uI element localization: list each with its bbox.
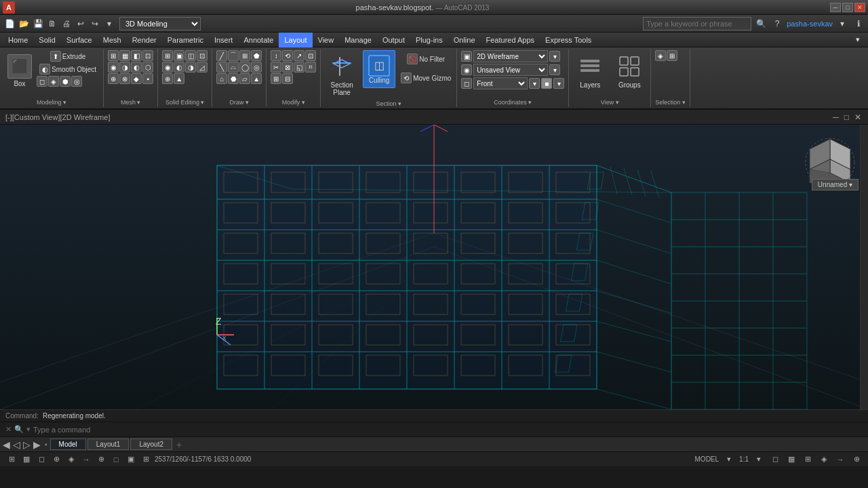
selection-btn2[interactable]: ⊞ <box>667 50 677 61</box>
move-gizmo-button[interactable]: ⟲ Move Gizmo <box>398 69 454 87</box>
mesh-btn2[interactable]: ▦ <box>119 50 130 61</box>
workspace-selector[interactable]: 3D Modeling <box>119 17 201 30</box>
close-button[interactable]: ✕ <box>854 3 865 12</box>
layers-button[interactable]: Layers <box>572 50 608 92</box>
solid-btn8[interactable]: ◿ <box>197 62 208 73</box>
menu-home[interactable]: Home <box>3 33 33 47</box>
viewport-close[interactable]: ✕ <box>853 111 863 123</box>
mesh-btn4[interactable]: ⊡ <box>142 50 153 61</box>
ribbon-btn-box[interactable]: ⬛ Box <box>4 50 35 91</box>
smallbtn4[interactable]: ◎ <box>71 76 82 87</box>
mesh-btn1[interactable]: ⊞ <box>108 50 119 61</box>
smallbtn2[interactable]: ◈ <box>48 76 59 87</box>
mesh-btn8[interactable]: ⬡ <box>142 62 153 73</box>
search-input[interactable] <box>643 17 751 30</box>
solid-btn9[interactable]: ⊕ <box>162 73 173 84</box>
save-button[interactable]: 💾 <box>31 17 45 30</box>
tab-nav-right[interactable]: ▷ <box>23 439 31 450</box>
draw-btn1[interactable]: ╱ <box>216 50 227 61</box>
user-menu[interactable]: ▾ <box>835 17 849 30</box>
viewport-restore[interactable]: □ <box>843 111 850 123</box>
draw-btn12[interactable]: ▲ <box>251 73 262 84</box>
menu-surface[interactable]: Surface <box>61 33 98 47</box>
modify-btn2[interactable]: ⟲ <box>282 50 293 61</box>
status-lock-btn[interactable]: ◈ <box>818 453 830 466</box>
no-filter-button[interactable]: 🚫 No Filter <box>398 50 454 68</box>
ribbon-btn-extrude[interactable]: ⬆ Extrude <box>37 50 99 62</box>
modify-btn8[interactable]: ⌗ <box>305 62 316 73</box>
menu-layout[interactable]: Layout <box>279 33 312 47</box>
print-button[interactable]: 🖨 <box>60 17 73 30</box>
smallbtn3[interactable]: ⬢ <box>60 76 71 87</box>
tab-nav-right2[interactable]: ▶ <box>33 439 41 450</box>
draw-btn6[interactable]: ⌓ <box>228 62 239 73</box>
status-dyn-btn[interactable]: □ <box>110 453 122 466</box>
mesh-btn9[interactable]: ⊕ <box>108 73 119 84</box>
status-snap-btn[interactable]: ▦ <box>20 453 33 466</box>
info-button[interactable]: ℹ <box>852 17 865 30</box>
tab-scroll[interactable]: ▪ <box>45 441 47 448</box>
menu-plugins[interactable]: Plug-ins <box>410 33 448 47</box>
status-ws-btn[interactable]: → <box>834 453 846 466</box>
solid-btn7[interactable]: ◑ <box>185 62 196 73</box>
menu-view[interactable]: View <box>313 33 340 47</box>
undo-dropdown[interactable]: ▾ <box>102 17 116 30</box>
cmd-search-btn[interactable]: 🔍 <box>14 425 24 434</box>
mesh-btn11[interactable]: ◆ <box>131 73 142 84</box>
tab-layout2[interactable]: Layout2 <box>130 439 172 450</box>
menu-insert[interactable]: Insert <box>209 33 239 47</box>
menu-express-tools[interactable]: Express Tools <box>540 33 597 47</box>
ribbon-btn-smooth[interactable]: ◐ Smooth Object <box>37 63 99 75</box>
view-dropdown[interactable]: ▾ <box>549 64 560 75</box>
draw-btn8[interactable]: ◎ <box>251 62 262 73</box>
menu-parametric[interactable]: Parametric <box>162 33 209 47</box>
draw-btn2[interactable]: ⌒ <box>228 50 239 61</box>
command-input[interactable] <box>33 426 863 434</box>
draw-btn11[interactable]: ▱ <box>239 73 250 84</box>
mesh-btn5[interactable]: ◉ <box>108 62 119 73</box>
new-button[interactable]: 📄 <box>3 17 16 30</box>
draw-btn9[interactable]: ⌂ <box>216 73 227 84</box>
status-layer-btn[interactable]: ▦ <box>785 453 797 466</box>
solid-btn6[interactable]: ◐ <box>174 62 184 73</box>
menu-extra[interactable]: ▾ <box>850 33 865 47</box>
tab-add[interactable]: + <box>176 439 182 450</box>
modify-btn5[interactable]: ✂ <box>271 62 281 73</box>
draw-btn5[interactable]: ╲ <box>216 62 227 73</box>
draw-btn7[interactable]: ◯ <box>239 62 250 73</box>
tab-nav-left[interactable]: ◀ <box>3 439 10 450</box>
draw-btn10[interactable]: ⬣ <box>228 73 239 84</box>
display-style-selector[interactable]: 2D Wireframe <box>473 50 548 62</box>
groups-button[interactable]: Groups <box>611 50 648 92</box>
tab-layout1[interactable]: Layout1 <box>87 439 130 450</box>
status-scale-btn[interactable]: ▾ <box>753 453 765 466</box>
modify-btn6[interactable]: ⊠ <box>282 62 293 73</box>
color-dropdown[interactable]: ▾ <box>553 78 564 89</box>
menu-solid[interactable]: Solid <box>33 33 60 47</box>
solid-btn3[interactable]: ◫ <box>185 50 196 61</box>
menu-annotate[interactable]: Annotate <box>238 33 279 47</box>
modify-btn7[interactable]: ◱ <box>294 62 304 73</box>
cmd-dropdown-btn[interactable]: ▾ <box>26 425 31 434</box>
viewport[interactable]: Z x Unnam <box>0 125 868 409</box>
minimize-button[interactable]: ─ <box>830 3 841 12</box>
status-help-btn[interactable]: ⊕ <box>850 453 863 466</box>
mesh-btn7[interactable]: ◐ <box>131 62 142 73</box>
menu-featured-apps[interactable]: Featured Apps <box>481 33 540 47</box>
open-button[interactable]: 📂 <box>17 17 31 30</box>
menu-online[interactable]: Online <box>448 33 481 47</box>
status-view-btn[interactable]: ◻ <box>769 453 781 466</box>
mesh-btn12[interactable]: ▪ <box>142 73 153 84</box>
mesh-btn10[interactable]: ⊗ <box>119 73 130 84</box>
menu-output[interactable]: Output <box>377 33 410 47</box>
status-lw-btn[interactable]: ▣ <box>125 453 137 466</box>
status-ortho-btn[interactable]: ◻ <box>35 453 47 466</box>
culling-button[interactable]: ◫ Culling <box>363 50 395 88</box>
solid-btn4[interactable]: ⊡ <box>197 50 208 61</box>
solid-btn1[interactable]: ⊞ <box>162 50 173 61</box>
tab-model[interactable]: Model <box>50 439 86 450</box>
redo-button[interactable]: ↪ <box>88 17 102 30</box>
solid-btn10[interactable]: ▲ <box>174 73 184 84</box>
viewport-selector[interactable]: Front <box>473 77 528 89</box>
section-plane-button[interactable]: SectionPlane <box>323 50 360 99</box>
